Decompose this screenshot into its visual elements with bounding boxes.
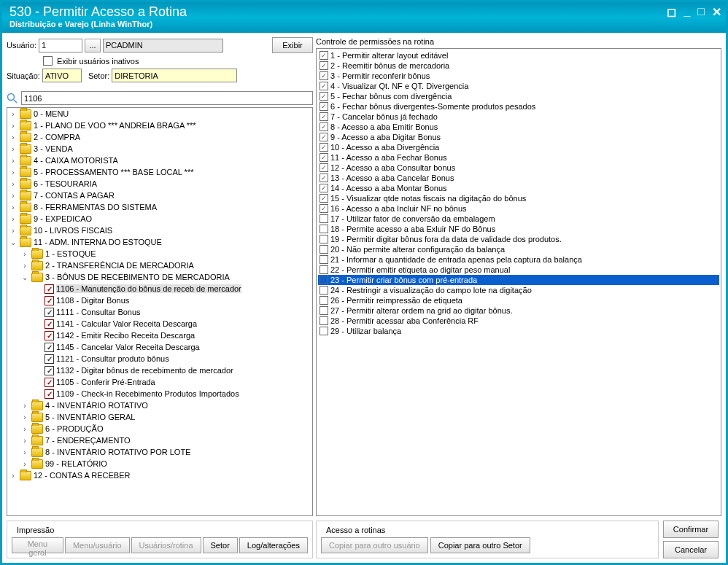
permission-checkbox[interactable] (320, 122, 328, 131)
permission-checkbox[interactable] (320, 296, 328, 305)
toggle-icon[interactable]: › (9, 180, 18, 188)
permission-checkbox[interactable] (320, 245, 328, 254)
copiar-setor-button[interactable]: Copiar para outro Setor (430, 537, 530, 553)
permission-checkbox[interactable] (320, 82, 328, 90)
toggle-icon[interactable]: › (9, 157, 18, 165)
setor-button[interactable]: Setor (203, 537, 238, 553)
tree-item[interactable]: 1109 - Check-in Recebimento Produtos Imp… (7, 388, 312, 400)
permission-item[interactable]: 19 - Permitir digitar bônus fora da data… (318, 234, 719, 244)
checkbox-icon[interactable] (44, 366, 54, 375)
toggle-icon[interactable]: › (9, 192, 18, 200)
permission-item[interactable]: 4 - Visualizar Qt. NF e QT. Divergencia (318, 81, 719, 91)
checkbox-icon[interactable] (44, 331, 54, 340)
permission-item[interactable]: 14 - Acesso a aba Montar Bonus (318, 183, 719, 193)
checkbox-icon[interactable] (44, 354, 54, 364)
tree-item[interactable]: 1142 - Emitir Recibo Receita Descarga (7, 330, 312, 341)
toggle-icon[interactable]: ⌄ (9, 238, 18, 246)
checkbox-icon[interactable] (44, 308, 54, 317)
permission-checkbox[interactable] (320, 153, 328, 162)
permission-item[interactable]: 28 - Permitir acessar aba Conferência RF (318, 316, 719, 326)
permission-checkbox[interactable] (320, 184, 328, 192)
permission-item[interactable]: 23 - Permitir criar bônus com pré-entrad… (318, 275, 719, 285)
tree-item[interactable]: 1145 - Cancelar Valor Receita Descarga (7, 341, 312, 353)
permission-item[interactable]: 15 - Visualizar qtde notas fiscais na di… (318, 193, 719, 203)
usuarios-rotina-button[interactable]: Usuários/rotina (131, 537, 201, 553)
toggle-icon[interactable]: › (9, 168, 18, 176)
minimize-icon[interactable]: _ (684, 5, 690, 19)
permission-item[interactable]: 1 - Permitir alterar layout editável (318, 50, 719, 61)
permission-checkbox[interactable] (320, 71, 328, 80)
permission-checkbox[interactable] (320, 51, 328, 60)
toggle-icon[interactable]: › (20, 425, 29, 433)
permission-checkbox[interactable] (320, 194, 328, 203)
permission-checkbox[interactable] (320, 225, 328, 233)
checkbox-icon[interactable] (44, 296, 54, 305)
tree-item[interactable]: ›99 - RELATÓRIO (7, 458, 312, 469)
menu-geral-button[interactable]: Menu geral (12, 537, 63, 553)
permission-item[interactable]: 18 - Permite acesso a aba Exluir NF do B… (318, 224, 719, 234)
toggle-icon[interactable]: › (20, 413, 29, 421)
tree-item[interactable]: 1105 - Conferir Pré-Entrada (7, 376, 312, 388)
permission-checkbox[interactable] (320, 235, 328, 243)
checkbox-icon[interactable] (44, 319, 54, 329)
permission-item[interactable]: 10 - Acesso a aba Divergência (318, 142, 719, 152)
routine-tree[interactable]: ›0 - MENU›1 - PLANO DE VOO *** ANDREIA B… (7, 107, 313, 516)
tree-item[interactable]: ›2 - COMPRA (7, 131, 312, 143)
toggle-icon[interactable]: › (20, 437, 29, 445)
permission-item[interactable]: 29 - Utilizar balança (318, 326, 719, 336)
cancelar-button[interactable]: Cancelar (663, 541, 719, 558)
toggle-icon[interactable]: › (9, 227, 18, 235)
exibir-button[interactable]: Exibir (272, 37, 313, 53)
tree-item[interactable]: ›7 - CONTAS A PAGAR (7, 190, 312, 201)
tree-item[interactable]: ⌄11 - ADM. INTERNA DO ESTOQUE (7, 236, 312, 248)
toggle-icon[interactable]: › (9, 133, 18, 141)
permission-checkbox[interactable] (320, 112, 328, 121)
tree-item[interactable]: ›4 - CAIXA MOTORISTA (7, 155, 312, 166)
search-input[interactable] (21, 91, 313, 105)
tree-item[interactable]: ›8 - INVENTÁRIO ROTATIVO POR LOTE (7, 446, 312, 458)
tree-item[interactable]: ›10 - LIVROS FISCAIS (7, 225, 312, 236)
tree-item[interactable]: ›2 - TRANSFERÊNCIA DE MERCADORIA (7, 260, 312, 271)
tree-item[interactable]: 1106 - Manutenção do bônus de receb de m… (7, 283, 312, 295)
tree-item[interactable]: ›9 - EXPEDICAO (7, 213, 312, 225)
tree-item[interactable]: ›6 - TESOURARIA (7, 178, 312, 190)
tree-item[interactable]: ›8 - FERRAMENTAS DO SISTEMA (7, 201, 312, 213)
tree-item[interactable]: ›12 - CONTAS A RECEBER (7, 469, 312, 481)
tree-item[interactable]: ›3 - VENDA (7, 143, 312, 155)
user-lookup-button[interactable]: ... (85, 39, 101, 52)
toggle-icon[interactable]: › (20, 250, 29, 258)
permission-checkbox[interactable] (320, 174, 328, 182)
toggle-icon[interactable]: › (9, 203, 18, 211)
permission-item[interactable]: 20 - Não permite alterar configuração da… (318, 244, 719, 254)
permission-item[interactable]: 22 - Permitir emitir etiqueta ao digitar… (318, 265, 719, 275)
tree-item[interactable]: 1132 - Digitar bônus de recebimento de m… (7, 365, 312, 376)
permission-checkbox[interactable] (320, 133, 328, 141)
edit-icon[interactable]: ◻ (667, 5, 676, 19)
toggle-icon[interactable]: › (20, 262, 29, 270)
tree-item[interactable]: ›7 - ENDEREÇAMENTO (7, 435, 312, 446)
tree-item[interactable]: ›5 - INVENTÁRIO GERAL (7, 411, 312, 423)
toggle-icon[interactable]: › (20, 448, 29, 456)
tree-item[interactable]: ›0 - MENU (7, 108, 312, 120)
permission-item[interactable]: 8 - Acesso a aba Emitir Bonus (318, 122, 719, 132)
toggle-icon[interactable]: › (9, 145, 18, 153)
permission-item[interactable]: 24 - Restringir a visualização do campo … (318, 285, 719, 295)
tree-item[interactable]: ›5 - PROCESSAMENTO *** BASE LOCAL *** (7, 166, 312, 178)
tree-item[interactable]: ›6 - PRODUÇÃO (7, 423, 312, 435)
permission-checkbox[interactable] (320, 102, 328, 111)
toggle-icon[interactable]: › (9, 472, 18, 480)
permission-checkbox[interactable] (320, 61, 328, 70)
maximize-icon[interactable]: □ (697, 5, 705, 19)
permission-item[interactable]: 6 - Fechar bônus divergentes-Somente pro… (318, 101, 719, 112)
permission-checkbox[interactable] (320, 276, 328, 284)
permission-item[interactable]: 17 - Utilizar fator de conversão da emba… (318, 214, 719, 224)
permission-checkbox[interactable] (320, 214, 328, 223)
checkbox-icon[interactable] (44, 389, 54, 399)
permission-item[interactable]: 27 - Permitir alterar ordem na grid ao d… (318, 305, 719, 316)
close-icon[interactable]: ✕ (712, 5, 721, 19)
permission-checkbox[interactable] (320, 306, 328, 315)
toggle-icon[interactable]: › (20, 402, 29, 410)
log-button[interactable]: Log/alterações (239, 537, 308, 553)
menu-usuario-button[interactable]: Menu/usuário (65, 537, 130, 553)
toggle-icon[interactable]: › (9, 122, 18, 130)
